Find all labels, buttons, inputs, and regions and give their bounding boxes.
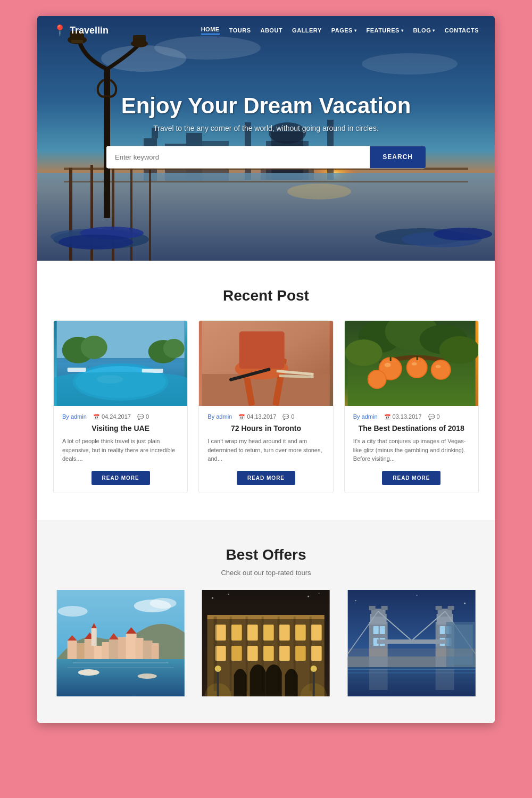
card-date-toronto: 📅 04.13.2017 <box>238 413 276 420</box>
svg-rect-54 <box>239 331 285 369</box>
card-author-uae: By admin <box>62 413 87 420</box>
svg-point-137 <box>311 666 317 672</box>
svg-point-136 <box>215 666 221 672</box>
svg-rect-85 <box>118 637 127 659</box>
card-comments-toronto: 💬 0 <box>282 413 294 420</box>
svg-rect-96 <box>73 662 169 663</box>
svg-point-72 <box>384 363 390 367</box>
best-offers-section: Best Offers Check out our top-rated tour… <box>37 520 495 723</box>
svg-rect-172 <box>369 669 387 690</box>
card-uae: By admin 📅 04.24.2017 💬 0 Visiting the U… <box>53 320 188 493</box>
nav-blog[interactable]: BLOG ▾ <box>413 27 435 34</box>
svg-rect-86 <box>126 634 137 659</box>
read-more-uae[interactable]: READ MORE <box>92 471 150 485</box>
oranges-image-svg <box>345 321 478 406</box>
card-title-uae: Visiting the UAE <box>62 424 179 433</box>
svg-rect-129 <box>278 617 280 691</box>
svg-rect-47 <box>142 369 163 373</box>
svg-rect-146 <box>373 626 378 634</box>
nav-links: HOME TOURS ABOUT GALLERY PAGES ▾ FEATURE… <box>201 26 479 35</box>
svg-point-74 <box>435 365 440 368</box>
brand-logo[interactable]: 📍 Travellin <box>53 24 109 37</box>
svg-rect-48 <box>68 368 86 372</box>
svg-point-101 <box>150 598 177 609</box>
svg-rect-84 <box>109 639 119 659</box>
nav-gallery[interactable]: GALLERY <box>292 27 322 34</box>
svg-point-4 <box>362 53 458 74</box>
svg-rect-121 <box>279 646 290 661</box>
svg-rect-83 <box>102 642 110 659</box>
comment-icon: 💬 <box>428 414 435 420</box>
chevron-down-icon: ▾ <box>433 28 435 33</box>
nav-home[interactable]: HOME <box>201 26 220 35</box>
card-image-oranges <box>345 321 478 406</box>
svg-point-29 <box>434 228 492 240</box>
svg-rect-82 <box>94 646 103 659</box>
svg-rect-155 <box>439 626 445 634</box>
nav-about[interactable]: ABOUT <box>260 27 282 34</box>
cinque-terre-svg <box>53 590 188 696</box>
card-meta-uae: By admin 📅 04.24.2017 💬 0 <box>62 413 179 420</box>
calendar-icon: 📅 <box>238 414 245 420</box>
svg-rect-78 <box>57 659 185 696</box>
svg-point-26 <box>59 235 133 250</box>
svg-point-69 <box>431 361 450 379</box>
card-body-uae: By admin 📅 04.24.2017 💬 0 Visiting the U… <box>54 406 187 493</box>
card-body-destinations: By admin 📅 03.13.2017 💬 0 The Best Desti… <box>345 406 478 493</box>
svg-rect-120 <box>263 646 274 661</box>
svg-rect-134 <box>217 670 219 696</box>
best-offers-title: Best Offers <box>53 546 479 563</box>
card-destinations: By admin 📅 03.13.2017 💬 0 The Best Desti… <box>344 320 479 493</box>
chevron-down-icon: ▾ <box>401 28 404 33</box>
nav-contacts[interactable]: CONTACTS <box>445 27 479 34</box>
svg-rect-89 <box>152 643 159 659</box>
svg-rect-131 <box>310 617 312 691</box>
chevron-down-icon: ▾ <box>354 28 357 33</box>
offers-grid <box>53 590 479 696</box>
card-image-pool <box>54 321 187 406</box>
offer-cinque-terre[interactable] <box>53 590 188 696</box>
cards-grid: By admin 📅 04.24.2017 💬 0 Visiting the U… <box>53 320 479 493</box>
svg-point-106 <box>307 595 309 597</box>
svg-point-107 <box>319 593 320 594</box>
svg-rect-147 <box>379 626 385 634</box>
svg-point-73 <box>411 362 417 365</box>
svg-rect-80 <box>77 643 85 659</box>
recent-post-section: Recent Post <box>37 261 495 520</box>
svg-point-102 <box>58 606 88 617</box>
svg-point-41 <box>81 336 107 359</box>
svg-rect-151 <box>381 606 387 610</box>
svg-rect-97 <box>68 667 174 668</box>
read-more-destinations[interactable]: READ MORE <box>382 471 440 485</box>
brand-name: Travellin <box>70 25 109 36</box>
comment-icon: 💬 <box>137 414 144 420</box>
toronto-image-svg <box>199 321 332 406</box>
svg-rect-126 <box>230 617 232 691</box>
card-toronto: By admin 📅 04.13.2017 💬 0 72 Hours in To… <box>198 320 333 493</box>
nav-features[interactable]: FEATURES ▾ <box>366 27 403 34</box>
svg-rect-160 <box>447 606 454 610</box>
svg-point-105 <box>228 594 229 595</box>
svg-point-98 <box>78 669 99 676</box>
card-image-toronto <box>199 321 332 406</box>
svg-rect-128 <box>262 617 264 691</box>
search-bar: SEARCH <box>106 146 426 168</box>
svg-rect-113 <box>263 625 274 641</box>
search-button[interactable]: SEARCH <box>370 146 426 168</box>
svg-point-169 <box>355 600 356 601</box>
card-excerpt-uae: A lot of people think travel is just pla… <box>62 437 179 463</box>
nav-pages[interactable]: PAGES ▾ <box>331 27 357 34</box>
svg-rect-112 <box>247 625 258 641</box>
search-input[interactable] <box>106 146 370 168</box>
pool-image-svg <box>54 321 187 406</box>
svg-point-99 <box>138 674 157 679</box>
svg-rect-125 <box>214 617 217 691</box>
offer-opera[interactable] <box>198 590 333 696</box>
read-more-toronto[interactable]: READ MORE <box>237 471 295 485</box>
svg-rect-75 <box>389 357 391 361</box>
offer-tower-bridge[interactable] <box>344 590 479 696</box>
card-title-destinations: The Best Destinations of 2018 <box>353 424 470 433</box>
card-author-toronto: By admin <box>207 413 232 420</box>
navbar: 📍 Travellin HOME TOURS ABOUT GALLERY PAG… <box>37 16 495 45</box>
nav-tours[interactable]: TOURS <box>229 27 251 34</box>
